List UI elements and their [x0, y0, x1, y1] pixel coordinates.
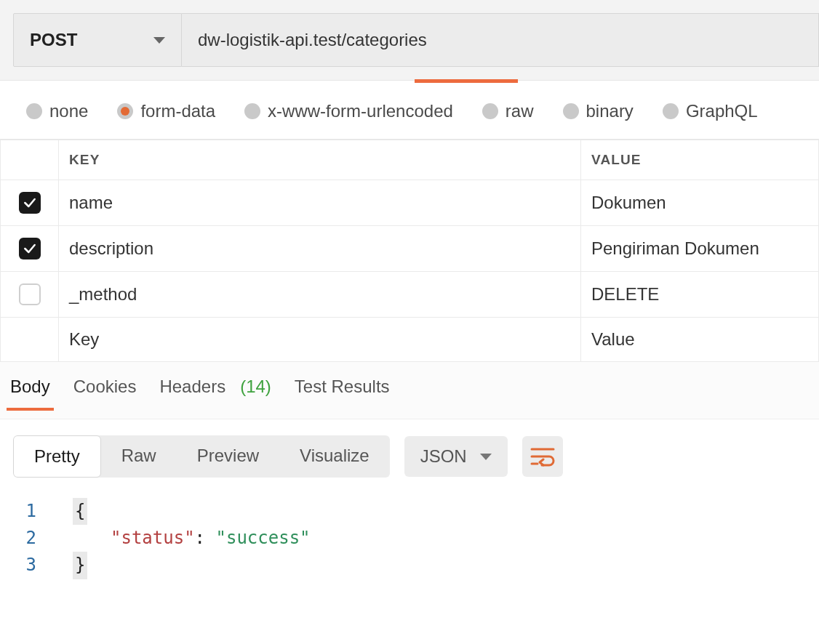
radio-icon — [244, 103, 260, 119]
body-type-form-data[interactable]: form-data — [117, 101, 215, 121]
column-value-header: VALUE — [581, 140, 819, 180]
check-icon — [23, 241, 37, 256]
line-number: 3 — [0, 552, 73, 579]
tab-cookies[interactable]: Cookies — [73, 377, 137, 410]
http-method-label: POST — [30, 30, 77, 50]
body-type-none[interactable]: none — [26, 101, 88, 121]
json-open-brace: { — [73, 498, 87, 525]
json-colon: : — [195, 525, 205, 552]
check-icon — [23, 196, 37, 210]
param-value-input[interactable]: Pengiriman Dokumen — [581, 226, 819, 272]
radio-icon — [563, 103, 579, 119]
radio-icon — [482, 103, 498, 119]
json-line: 1 { — [0, 498, 819, 525]
body-type-label: binary — [586, 101, 634, 121]
tab-test-results[interactable]: Test Results — [295, 377, 390, 410]
param-key-input[interactable]: name — [59, 180, 581, 226]
response-body[interactable]: 1 { 2 "status" : "success" 3 } — [0, 494, 819, 608]
body-type-label: form-data — [140, 101, 215, 121]
json-line: 3 } — [0, 552, 819, 579]
body-type-raw[interactable]: raw — [482, 101, 534, 121]
json-string: "success" — [216, 525, 311, 552]
radio-icon — [117, 103, 133, 119]
response-tabs: Body Cookies Headers (14) Test Results — [0, 362, 819, 419]
body-type-label: raw — [506, 101, 534, 121]
response-format-select[interactable]: JSON — [404, 436, 508, 477]
request-url-text: dw-logistik-api.test/categories — [198, 30, 427, 50]
response-toolbar: Pretty Raw Preview Visualize JSON — [0, 419, 819, 494]
request-bar: POST dw-logistik-api.test/categories — [0, 0, 819, 80]
param-value-input[interactable]: DELETE — [581, 272, 819, 318]
param-key-input[interactable]: description — [59, 226, 581, 272]
wrap-lines-button[interactable] — [522, 436, 563, 477]
table-row: _method DELETE — [1, 272, 819, 318]
view-preview-button[interactable]: Preview — [177, 435, 279, 478]
view-visualize-button[interactable]: Visualize — [279, 435, 390, 478]
view-pretty-button[interactable]: Pretty — [13, 435, 101, 478]
view-mode-group: Pretty Raw Preview Visualize — [13, 435, 390, 478]
body-type-graphql[interactable]: GraphQL — [663, 101, 758, 121]
active-tab-indicator — [415, 79, 518, 83]
column-key-header: KEY — [59, 140, 581, 180]
table-row: description Pengiriman Dokumen — [1, 226, 819, 272]
table-header-row: KEY VALUE — [1, 140, 819, 180]
body-type-label: GraphQL — [686, 101, 758, 121]
view-raw-button[interactable]: Raw — [101, 435, 177, 478]
json-close-brace: } — [73, 552, 87, 579]
param-key-input[interactable]: Key — [59, 318, 581, 362]
json-key: "status" — [111, 525, 195, 552]
chevron-down-icon — [153, 37, 165, 44]
table-row: name Dokumen — [1, 180, 819, 226]
body-type-label: none — [49, 101, 88, 121]
line-number: 1 — [0, 498, 73, 525]
wrap-icon — [530, 446, 555, 467]
body-type-binary[interactable]: binary — [563, 101, 634, 121]
body-type-label: x-www-form-urlencoded — [268, 101, 453, 121]
response-format-label: JSON — [420, 446, 467, 467]
radio-icon — [26, 103, 42, 119]
form-data-table: KEY VALUE name Dokumen description Pengi… — [0, 140, 819, 362]
row-enable-checkbox[interactable] — [19, 238, 41, 259]
param-value-input[interactable]: Dokumen — [581, 180, 819, 226]
request-url-input[interactable]: dw-logistik-api.test/categories — [182, 13, 819, 67]
tab-headers[interactable]: Headers (14) — [159, 377, 271, 410]
body-type-urlencoded[interactable]: x-www-form-urlencoded — [244, 101, 453, 121]
body-type-tabs: none form-data x-www-form-urlencoded raw… — [0, 80, 819, 140]
row-enable-checkbox[interactable] — [19, 283, 41, 305]
chevron-down-icon — [480, 454, 492, 460]
row-enable-checkbox[interactable] — [19, 192, 41, 214]
param-key-input[interactable]: _method — [59, 272, 581, 318]
table-row-new: Key Value — [1, 318, 819, 362]
http-method-select[interactable]: POST — [13, 13, 182, 67]
param-value-input[interactable]: Value — [581, 318, 819, 362]
line-number: 2 — [0, 525, 73, 552]
headers-count: (14) — [240, 377, 271, 396]
radio-icon — [663, 103, 679, 119]
json-line: 2 "status" : "success" — [0, 525, 819, 552]
tab-body[interactable]: Body — [10, 377, 50, 410]
